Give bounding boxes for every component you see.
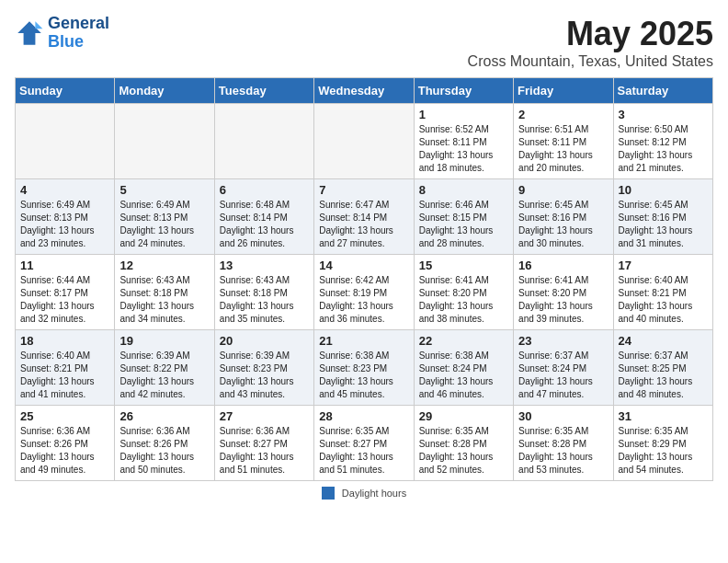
column-header-monday: Monday bbox=[115, 78, 214, 104]
cell-info: Sunrise: 6:37 AM Sunset: 8:25 PM Dayligh… bbox=[619, 350, 708, 401]
calendar-cell: 9Sunrise: 6:45 AM Sunset: 8:16 PM Daylig… bbox=[514, 179, 613, 255]
calendar-cell: 26Sunrise: 6:36 AM Sunset: 8:26 PM Dayli… bbox=[115, 406, 214, 481]
cell-info: Sunrise: 6:48 AM Sunset: 8:14 PM Dayligh… bbox=[220, 199, 309, 250]
calendar-cell: 8Sunrise: 6:46 AM Sunset: 8:15 PM Daylig… bbox=[414, 179, 513, 255]
cell-info: Sunrise: 6:46 AM Sunset: 8:15 PM Dayligh… bbox=[419, 199, 508, 250]
calendar-cell: 21Sunrise: 6:38 AM Sunset: 8:23 PM Dayli… bbox=[314, 330, 414, 406]
calendar-cell: 31Sunrise: 6:35 AM Sunset: 8:29 PM Dayli… bbox=[613, 406, 712, 481]
svg-marker-1 bbox=[35, 21, 42, 29]
column-header-tuesday: Tuesday bbox=[214, 78, 313, 104]
calendar-cell: 30Sunrise: 6:35 AM Sunset: 8:28 PM Dayli… bbox=[514, 406, 613, 481]
cell-info: Sunrise: 6:35 AM Sunset: 8:28 PM Dayligh… bbox=[518, 425, 608, 477]
calendar-footer: Daylight hours bbox=[15, 487, 713, 500]
column-header-sunday: Sunday bbox=[16, 78, 115, 104]
cell-info: Sunrise: 6:39 AM Sunset: 8:23 PM Dayligh… bbox=[220, 350, 309, 401]
day-number: 14 bbox=[319, 259, 408, 272]
calendar-cell: 5Sunrise: 6:49 AM Sunset: 8:13 PM Daylig… bbox=[115, 179, 214, 255]
day-number: 2 bbox=[518, 108, 608, 121]
day-number: 11 bbox=[20, 259, 109, 272]
logo: General Blue bbox=[15, 15, 109, 52]
day-number: 30 bbox=[518, 409, 608, 423]
day-number: 3 bbox=[619, 108, 708, 121]
cell-info: Sunrise: 6:39 AM Sunset: 8:22 PM Dayligh… bbox=[119, 350, 209, 401]
day-number: 16 bbox=[518, 259, 608, 272]
day-number: 24 bbox=[619, 334, 708, 348]
title-block: May 2025 Cross Mountain, Texas, United S… bbox=[468, 15, 713, 70]
legend-box bbox=[322, 487, 335, 500]
cell-info: Sunrise: 6:38 AM Sunset: 8:24 PM Dayligh… bbox=[419, 350, 508, 401]
day-number: 10 bbox=[619, 183, 708, 197]
day-number: 9 bbox=[518, 183, 608, 197]
day-number: 28 bbox=[319, 409, 408, 423]
cell-info: Sunrise: 6:47 AM Sunset: 8:14 PM Dayligh… bbox=[319, 199, 408, 250]
day-number: 7 bbox=[319, 183, 408, 197]
calendar-cell: 27Sunrise: 6:36 AM Sunset: 8:27 PM Dayli… bbox=[214, 406, 313, 481]
calendar-cell: 7Sunrise: 6:47 AM Sunset: 8:14 PM Daylig… bbox=[314, 179, 414, 255]
logo-text: General Blue bbox=[48, 15, 109, 52]
day-number: 4 bbox=[20, 183, 109, 197]
calendar-cell: 18Sunrise: 6:40 AM Sunset: 8:21 PM Dayli… bbox=[16, 330, 115, 406]
day-number: 19 bbox=[119, 334, 209, 348]
calendar-cell: 24Sunrise: 6:37 AM Sunset: 8:25 PM Dayli… bbox=[613, 330, 712, 406]
cell-info: Sunrise: 6:41 AM Sunset: 8:20 PM Dayligh… bbox=[518, 274, 608, 326]
calendar-cell: 11Sunrise: 6:44 AM Sunset: 8:17 PM Dayli… bbox=[16, 255, 115, 330]
calendar-cell: 29Sunrise: 6:35 AM Sunset: 8:28 PM Dayli… bbox=[414, 406, 513, 481]
calendar-cell bbox=[115, 104, 214, 179]
day-number: 6 bbox=[220, 183, 309, 197]
calendar-cell: 28Sunrise: 6:35 AM Sunset: 8:27 PM Dayli… bbox=[314, 406, 414, 481]
day-number: 26 bbox=[119, 409, 209, 423]
logo-icon bbox=[15, 18, 44, 48]
location-title: Cross Mountain, Texas, United States bbox=[468, 53, 713, 70]
calendar-cell: 16Sunrise: 6:41 AM Sunset: 8:20 PM Dayli… bbox=[514, 255, 613, 330]
cell-info: Sunrise: 6:41 AM Sunset: 8:20 PM Dayligh… bbox=[419, 274, 508, 326]
day-number: 31 bbox=[619, 409, 708, 423]
calendar-cell: 25Sunrise: 6:36 AM Sunset: 8:26 PM Dayli… bbox=[16, 406, 115, 481]
calendar-cell bbox=[214, 104, 313, 179]
cell-info: Sunrise: 6:35 AM Sunset: 8:27 PM Dayligh… bbox=[319, 425, 408, 477]
cell-info: Sunrise: 6:43 AM Sunset: 8:18 PM Dayligh… bbox=[220, 274, 309, 326]
day-number: 15 bbox=[419, 259, 508, 272]
calendar-cell: 6Sunrise: 6:48 AM Sunset: 8:14 PM Daylig… bbox=[214, 179, 313, 255]
cell-info: Sunrise: 6:35 AM Sunset: 8:28 PM Dayligh… bbox=[419, 425, 508, 477]
column-header-saturday: Saturday bbox=[613, 78, 712, 104]
calendar-cell: 2Sunrise: 6:51 AM Sunset: 8:11 PM Daylig… bbox=[514, 104, 613, 179]
day-number: 8 bbox=[419, 183, 508, 197]
cell-info: Sunrise: 6:35 AM Sunset: 8:29 PM Dayligh… bbox=[619, 425, 708, 477]
cell-info: Sunrise: 6:45 AM Sunset: 8:16 PM Dayligh… bbox=[619, 199, 708, 250]
calendar-cell: 20Sunrise: 6:39 AM Sunset: 8:23 PM Dayli… bbox=[214, 330, 313, 406]
day-number: 27 bbox=[220, 409, 309, 423]
cell-info: Sunrise: 6:42 AM Sunset: 8:19 PM Dayligh… bbox=[319, 274, 408, 326]
cell-info: Sunrise: 6:36 AM Sunset: 8:26 PM Dayligh… bbox=[20, 425, 109, 477]
day-number: 22 bbox=[419, 334, 508, 348]
day-number: 12 bbox=[119, 259, 209, 272]
calendar-cell bbox=[314, 104, 414, 179]
calendar-cell: 14Sunrise: 6:42 AM Sunset: 8:19 PM Dayli… bbox=[314, 255, 414, 330]
day-number: 21 bbox=[319, 334, 408, 348]
cell-info: Sunrise: 6:36 AM Sunset: 8:26 PM Dayligh… bbox=[119, 425, 209, 477]
calendar-cell: 12Sunrise: 6:43 AM Sunset: 8:18 PM Dayli… bbox=[115, 255, 214, 330]
column-header-wednesday: Wednesday bbox=[314, 78, 414, 104]
calendar-cell: 15Sunrise: 6:41 AM Sunset: 8:20 PM Dayli… bbox=[414, 255, 513, 330]
day-number: 20 bbox=[220, 334, 309, 348]
day-number: 17 bbox=[619, 259, 708, 272]
cell-info: Sunrise: 6:40 AM Sunset: 8:21 PM Dayligh… bbox=[619, 274, 708, 326]
calendar-cell: 13Sunrise: 6:43 AM Sunset: 8:18 PM Dayli… bbox=[214, 255, 313, 330]
calendar-cell: 22Sunrise: 6:38 AM Sunset: 8:24 PM Dayli… bbox=[414, 330, 513, 406]
day-number: 29 bbox=[419, 409, 508, 423]
cell-info: Sunrise: 6:51 AM Sunset: 8:11 PM Dayligh… bbox=[518, 123, 608, 175]
calendar-cell: 23Sunrise: 6:37 AM Sunset: 8:24 PM Dayli… bbox=[514, 330, 613, 406]
cell-info: Sunrise: 6:44 AM Sunset: 8:17 PM Dayligh… bbox=[20, 274, 109, 326]
cell-info: Sunrise: 6:49 AM Sunset: 8:13 PM Dayligh… bbox=[20, 199, 109, 250]
cell-info: Sunrise: 6:49 AM Sunset: 8:13 PM Dayligh… bbox=[119, 199, 209, 250]
day-number: 18 bbox=[20, 334, 109, 348]
calendar-cell: 1Sunrise: 6:52 AM Sunset: 8:11 PM Daylig… bbox=[414, 104, 513, 179]
month-title: May 2025 bbox=[468, 15, 713, 53]
calendar-cell: 3Sunrise: 6:50 AM Sunset: 8:12 PM Daylig… bbox=[613, 104, 712, 179]
cell-info: Sunrise: 6:43 AM Sunset: 8:18 PM Dayligh… bbox=[119, 274, 209, 326]
day-number: 25 bbox=[20, 409, 109, 423]
day-number: 5 bbox=[119, 183, 209, 197]
page-header: General Blue May 2025 Cross Mountain, Te… bbox=[15, 15, 713, 70]
column-header-friday: Friday bbox=[514, 78, 613, 104]
day-number: 23 bbox=[518, 334, 608, 348]
calendar-cell: 17Sunrise: 6:40 AM Sunset: 8:21 PM Dayli… bbox=[613, 255, 712, 330]
